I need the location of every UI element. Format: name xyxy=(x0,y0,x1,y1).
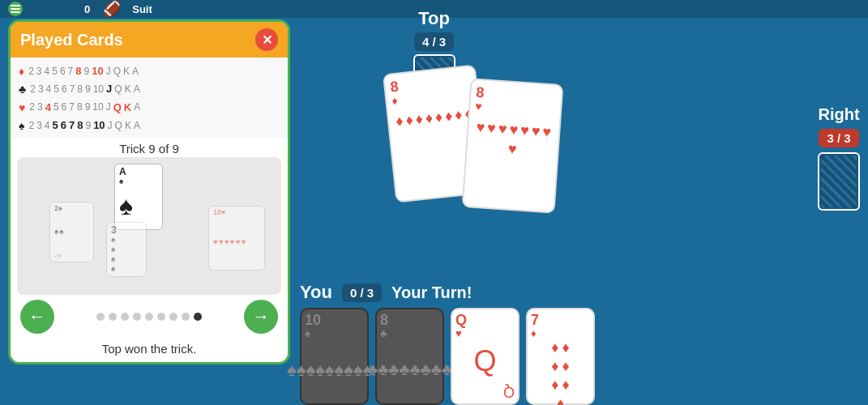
dot-6 xyxy=(157,313,165,321)
diamonds-icon: ♦ xyxy=(19,62,24,80)
trick-card-3-spades: 3 ♠ ♠♠♠ xyxy=(106,222,147,277)
dot-4 xyxy=(133,313,141,321)
top-player-label: Top xyxy=(418,8,450,29)
dot-7 xyxy=(169,313,177,321)
right-player: Right 3 / 3 xyxy=(818,105,860,211)
you-label: You xyxy=(300,282,332,303)
dot-8 xyxy=(182,313,190,321)
trick-won-text: Top won the trick. xyxy=(11,339,288,362)
trick-card-ace-spades: A ♠ ♠ xyxy=(114,164,163,230)
right-player-score: 3 / 3 xyxy=(819,129,858,147)
trick-dots xyxy=(96,313,202,321)
dot-5 xyxy=(145,313,153,321)
right-player-label: Right xyxy=(818,105,859,124)
diamonds-row: ♦ 2 3 4 5 6 7 8 9 10 J Q K A xyxy=(19,62,280,80)
score-display: 0 xyxy=(78,2,96,16)
menu-button[interactable] xyxy=(8,2,23,16)
right-player-card-back xyxy=(818,152,860,211)
next-trick-button[interactable]: → xyxy=(244,300,278,334)
center-play-area: 8 ♦ ♦♦ ♦♦ ♦♦ ♦♦ 8 ♥ ♥♥ ♥♥ ♥♥ ♥♥ xyxy=(348,61,592,247)
top-player-score: 4 / 3 xyxy=(414,32,454,51)
dot-2 xyxy=(109,313,117,321)
spades-row: ♠ 2 3 4 5 6 7 8 9 10 J Q K A xyxy=(19,117,280,134)
nav-row: ← → xyxy=(11,300,288,339)
you-row: You 0 / 3 Your Turn! xyxy=(284,275,868,308)
dot-9 xyxy=(194,313,202,321)
hearts-icon: ♥ xyxy=(19,99,25,117)
played-cards-close-button[interactable]: ✕ xyxy=(255,28,278,51)
prev-trick-button[interactable]: ← xyxy=(20,300,54,334)
center-card-8-hearts: 8 ♥ ♥♥ ♥♥ ♥♥ ♥♥ xyxy=(462,78,564,214)
played-cards-panel: Played Cards ✕ ♦ 2 3 4 5 6 7 8 9 10 J Q … xyxy=(8,19,290,364)
hand-card-queen-hearts[interactable]: Q ♥ Q Q xyxy=(451,308,520,405)
dot-3 xyxy=(121,313,129,321)
trick-display: A ♠ ♠ 2♠ ♠♠ 2♠ 10♥ ♥♥♥♥ ♥♥ xyxy=(17,157,281,295)
trick-info: Trick 9 of 9 xyxy=(11,139,288,157)
spades-icon: ♠ xyxy=(19,117,24,134)
trick-card-left: 2♠ ♠♠ 2♠ xyxy=(49,202,94,262)
svg-rect-1 xyxy=(11,8,20,10)
trick-card-bottom-right: 10♥ ♥♥♥♥ ♥♥ xyxy=(208,206,265,271)
bottom-area: You 0 / 3 Your Turn! 10 ♠ ♠♠♠♠♠♠♠♠♠♠ 8 ♣… xyxy=(284,275,868,405)
hand-card-8-clubs[interactable]: 8 ♣ ♣♣♣♣♣♣♣♣ xyxy=(375,308,444,405)
your-turn-label: Your Turn! xyxy=(391,284,472,302)
suit-rows: ♦ 2 3 4 5 6 7 8 9 10 J Q K A ♣ 2 3 4 5 6… xyxy=(11,58,288,139)
trick-area: A ♠ ♠ 2♠ ♠♠ 2♠ 10♥ ♥♥♥♥ ♥♥ xyxy=(17,157,281,295)
dot-1 xyxy=(96,313,105,321)
clubs-row: ♣ 2 3 4 5 6 7 8 9 10 J Q K A xyxy=(19,80,280,98)
hand-cards: 10 ♠ ♠♠♠♠♠♠♠♠♠♠ 8 ♣ ♣♣♣♣♣♣♣♣ Q ♥ Q Q 7 ♦… xyxy=(284,308,868,405)
svg-rect-0 xyxy=(11,5,20,6)
played-cards-header: Played Cards ✕ xyxy=(11,22,288,58)
hearts-row: ♥ 2 3 4 5 6 7 8 9 10 J Q K A xyxy=(19,99,280,117)
clubs-icon: ♣ xyxy=(19,80,26,98)
helmet-icon: 🏈 xyxy=(103,0,121,18)
hand-card-10-spades[interactable]: 10 ♠ ♠♠♠♠♠♠♠♠♠♠ xyxy=(300,308,369,405)
svg-rect-2 xyxy=(11,11,20,13)
played-cards-title: Played Cards xyxy=(20,31,123,49)
hand-card-7-diamonds[interactable]: 7 ♦ ♦♦ ♦♦ ♦♦ ♦ xyxy=(526,308,595,405)
suit-label: Suit xyxy=(132,3,152,15)
you-score: 0 / 3 xyxy=(342,284,382,302)
